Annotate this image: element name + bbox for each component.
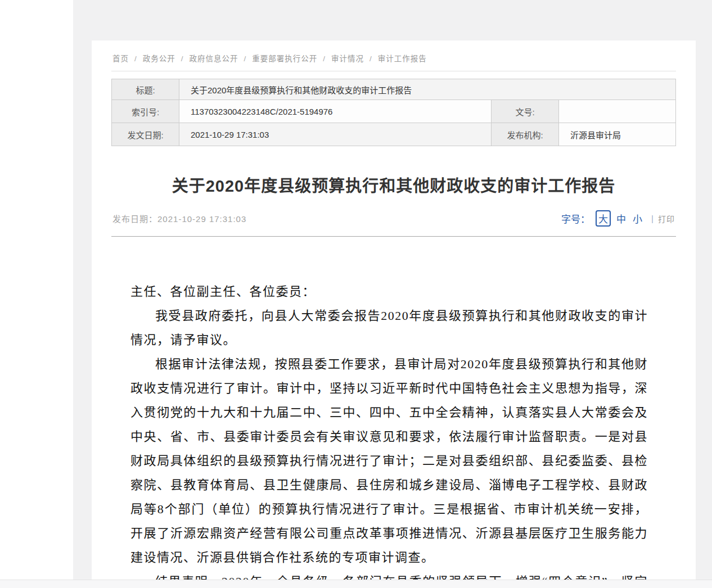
publish-date: 发布日期：2021-10-29 17:31:03 [112, 212, 246, 224]
article-paragraph: 根据审计法律法规，按照县委工作要求，县审计局对2020年度县级预算执行和其他财政… [130, 352, 648, 569]
font-size-medium-button[interactable]: 中 [616, 211, 626, 225]
footer-bar [0, 580, 712, 588]
font-size-label: 字号： [561, 211, 590, 225]
font-size-small-button[interactable]: 小 [633, 211, 642, 225]
breadcrumb-separator: / [134, 55, 137, 63]
index-number-label: 索引号: [112, 100, 179, 123]
breadcrumb-link[interactable]: 政府信息公开 [190, 55, 238, 63]
index-number-value: 11370323004223148C/2021-5194976 [179, 100, 492, 123]
content-card: 首页/政务公开/政府信息公开/重要部署执行公开/审计情况/审计工作报告 标题: … [92, 40, 696, 588]
meta-row-title: 标题: 关于2020年度县级预算执行和其他财政收支的审计工作报告 [112, 79, 676, 100]
article-paragraph: 主任、各位副主任、各位委员： [130, 279, 648, 304]
article-meta-bar: 发布日期：2021-10-29 17:31:03 字号： 大 中 小 | 打印 [111, 210, 676, 237]
doc-number-label: 文号: [492, 100, 559, 123]
font-size-large-button[interactable]: 大 [596, 210, 611, 227]
breadcrumb: 首页/政务公开/政府信息公开/重要部署执行公开/审计情况/审计工作报告 [111, 40, 676, 71]
breadcrumb-link[interactable]: 审计情况 [331, 55, 364, 63]
breadcrumb-separator: / [181, 55, 184, 63]
breadcrumb-separator: / [244, 55, 247, 63]
breadcrumb-link[interactable]: 首页 [112, 55, 129, 63]
breadcrumb-link[interactable]: 重要部署执行公开 [252, 55, 317, 63]
breadcrumb-link[interactable]: 政务公开 [143, 55, 175, 63]
page-left-margin [0, 0, 73, 588]
publisher-label: 发布机构: [492, 123, 559, 146]
publish-date-value: 2021-10-29 17:31:03 [157, 214, 246, 224]
title-value: 关于2020年度县级预算执行和其他财政收支的审计工作报告 [179, 79, 676, 100]
article-body: 主任、各位副主任、各位委员：我受县政府委托，向县人大常委会报告2020年度县级预… [130, 279, 648, 588]
issue-date-value: 2021-10-29 17:31:03 [179, 123, 492, 146]
doc-number-value [559, 100, 676, 123]
document-meta-table: 标题: 关于2020年度县级预算执行和其他财政收支的审计工作报告 索引号: 11… [111, 79, 676, 146]
meta-row-index: 索引号: 11370323004223148C/2021-5194976 文号: [112, 100, 676, 123]
breadcrumb-separator: / [369, 55, 372, 63]
breadcrumb-separator: / [323, 55, 326, 63]
issue-date-label: 发文日期: [112, 123, 179, 146]
print-button[interactable]: 打印 [658, 213, 675, 224]
publisher-value: 沂源县审计局 [559, 123, 676, 146]
article-paragraph: 我受县政府委托，向县人大常委会报告2020年度县级预算执行和其他财政收支的审计情… [130, 304, 648, 352]
tools-separator: | [651, 214, 654, 223]
breadcrumb-link[interactable]: 审计工作报告 [378, 55, 427, 63]
meta-row-date: 发文日期: 2021-10-29 17:31:03 发布机构: 沂源县审计局 [112, 123, 676, 146]
publish-date-label: 发布日期： [112, 214, 157, 224]
article-title: 关于2020年度县级预算执行和其他财政收支的审计工作报告 [111, 173, 676, 196]
title-label: 标题: [112, 79, 179, 100]
article-tools: 字号： 大 中 小 | 打印 [561, 210, 675, 227]
